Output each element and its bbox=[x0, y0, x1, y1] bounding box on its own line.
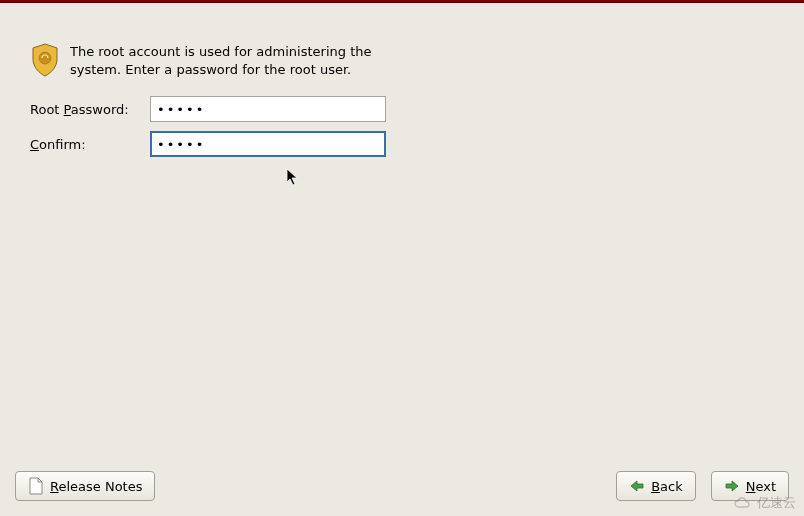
root-password-input[interactable] bbox=[150, 96, 386, 122]
nav-buttons: Back Next bbox=[616, 471, 789, 501]
arrow-right-icon bbox=[724, 479, 740, 493]
confirm-row: Confirm: bbox=[30, 131, 774, 157]
document-icon bbox=[28, 477, 44, 495]
svg-point-0 bbox=[39, 52, 51, 64]
release-notes-button[interactable]: Release Notes bbox=[15, 471, 155, 501]
instruction-row: The root account is used for administeri… bbox=[30, 43, 774, 78]
arrow-left-icon bbox=[629, 479, 645, 493]
next-button[interactable]: Next bbox=[711, 471, 789, 501]
instruction-text: The root account is used for administeri… bbox=[70, 43, 380, 78]
back-button[interactable]: Back bbox=[616, 471, 696, 501]
shield-icon bbox=[30, 43, 60, 77]
root-password-row: Root Password: bbox=[30, 96, 774, 122]
bottom-bar: Release Notes Back Next bbox=[0, 471, 804, 501]
confirm-label: Confirm: bbox=[30, 137, 150, 152]
confirm-input[interactable] bbox=[150, 131, 386, 157]
root-password-label: Root Password: bbox=[30, 102, 150, 117]
main-content: The root account is used for administeri… bbox=[0, 3, 804, 186]
